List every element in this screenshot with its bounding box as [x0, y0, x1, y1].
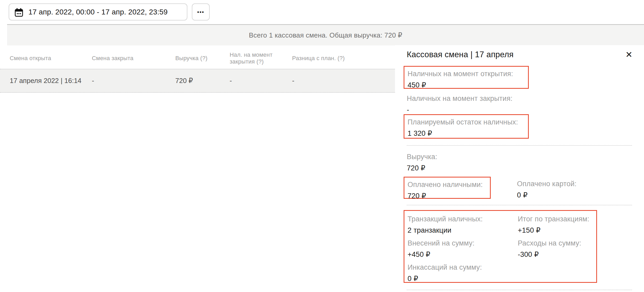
closing-cash-value: - — [407, 105, 513, 114]
cell-cash-at-close: - — [230, 77, 292, 85]
calendar-icon — [14, 8, 23, 18]
col-header-cash-at-close: Нал. на момент закрытия (?) — [230, 51, 292, 65]
planned-cash-value: 1 320 ₽ — [408, 129, 525, 138]
expenses-total-item: Расходы на сумму: -300 ₽ — [518, 239, 596, 259]
transactions-total-item: Итог по транзакциям: +150 ₽ — [518, 215, 596, 235]
cash-transactions-item: Транзакций наличных: 2 транзакции — [408, 215, 518, 235]
col-header-plan-diff: Разница с план. (?) — [292, 55, 395, 62]
revenue-value: 720 ₽ — [407, 164, 437, 173]
closing-cash-item: Наличных на момент закрытия: - — [407, 94, 513, 114]
highlight-box-opening-cash: Наличных на момент открытия: 450 ₽ — [404, 66, 529, 89]
paid-card-item: Оплачено картой: 0 ₽ — [517, 179, 577, 200]
transactions-grid: Транзакций наличных: 2 транзакции Итог п… — [408, 215, 596, 283]
panel-title: Кассовая смена | 17 апреля — [407, 50, 514, 59]
col-header-shift-closed: Смена закрыта — [92, 55, 175, 62]
ellipsis-icon: ••• — [197, 9, 204, 15]
planned-cash-label: Планируемый остаток наличных: — [408, 118, 525, 127]
summary-banner-text: Всего 1 кассовая смена. Общая выручка: 7… — [249, 31, 402, 39]
cell-plan-diff: - — [292, 77, 395, 85]
col-header-revenue: Выручка (?) — [175, 55, 230, 62]
transactions-total-value: +150 ₽ — [518, 226, 596, 235]
expenses-total-label: Расходы на сумму: — [518, 239, 596, 248]
cell-shift-opened: 17 апреля 2022 | 16:14 — [10, 77, 92, 85]
paid-cash-value: 720 ₽ — [408, 191, 487, 200]
deposits-total-item: Внесений на сумму: +450 ₽ — [408, 239, 518, 259]
more-options-button[interactable]: ••• — [192, 3, 210, 20]
collections-total-label: Инкассаций на сумму: — [408, 263, 518, 272]
dotted-divider — [407, 145, 632, 146]
date-range-value: 17 апр. 2022, 00:00 - 17 апр. 2022, 23:5… — [28, 8, 168, 16]
table-header-row: Смена открыта Смена закрыта Выручка (?) … — [0, 45, 395, 69]
expenses-total-value: -300 ₽ — [518, 250, 596, 259]
cell-revenue: 720 ₽ — [175, 77, 230, 85]
opening-cash-value: 450 ₽ — [408, 81, 525, 90]
collections-total-item: Инкассаций на сумму: 0 ₽ — [408, 263, 518, 283]
paid-card-label: Оплачено картой: — [517, 179, 577, 188]
close-icon[interactable]: ✕ — [624, 50, 634, 59]
paid-cash-label: Оплачено наличными: — [408, 180, 487, 189]
cash-transactions-value: 2 транзакции — [408, 226, 518, 235]
shift-detail-panel: Кассовая смена | 17 апреля ✕ Наличных на… — [395, 45, 644, 292]
cell-shift-closed: - — [92, 77, 175, 85]
transactions-total-label: Итог по транзакциям: — [518, 215, 596, 223]
deposits-total-value: +450 ₽ — [408, 250, 518, 259]
opening-cash-label: Наличных на момент открытия: — [408, 69, 525, 78]
collections-total-value: 0 ₽ — [408, 274, 518, 283]
closing-cash-label: Наличных на момент закрытия: — [407, 94, 513, 103]
dotted-divider — [407, 290, 632, 290]
revenue-label: Выручка: — [407, 152, 437, 161]
deposits-total-label: Внесений на сумму: — [408, 239, 518, 248]
summary-banner: Всего 1 кассовая смена. Общая выручка: 7… — [7, 24, 644, 45]
highlight-box-transactions: Транзакций наличных: 2 транзакции Итог п… — [404, 210, 597, 283]
revenue-item: Выручка: 720 ₽ — [407, 152, 437, 173]
cash-transactions-label: Транзакций наличных: — [408, 215, 518, 223]
highlight-box-paid-cash: Оплачено наличными: 720 ₽ — [404, 177, 491, 199]
date-range-picker[interactable]: 17 апр. 2022, 00:00 - 17 апр. 2022, 23:5… — [9, 3, 187, 20]
panel-header: Кассовая смена | 17 апреля ✕ — [407, 50, 634, 59]
paid-card-value: 0 ₽ — [517, 191, 577, 200]
col-header-shift-opened: Смена открыта — [10, 55, 92, 62]
table-row[interactable]: 17 апреля 2022 | 16:14 - 720 ₽ - - — [0, 69, 395, 93]
highlight-box-planned-cash: Планируемый остаток наличных: 1 320 ₽ — [404, 114, 529, 139]
shifts-table: Смена открыта Смена закрыта Выручка (?) … — [0, 45, 395, 93]
dotted-divider — [407, 205, 632, 205]
